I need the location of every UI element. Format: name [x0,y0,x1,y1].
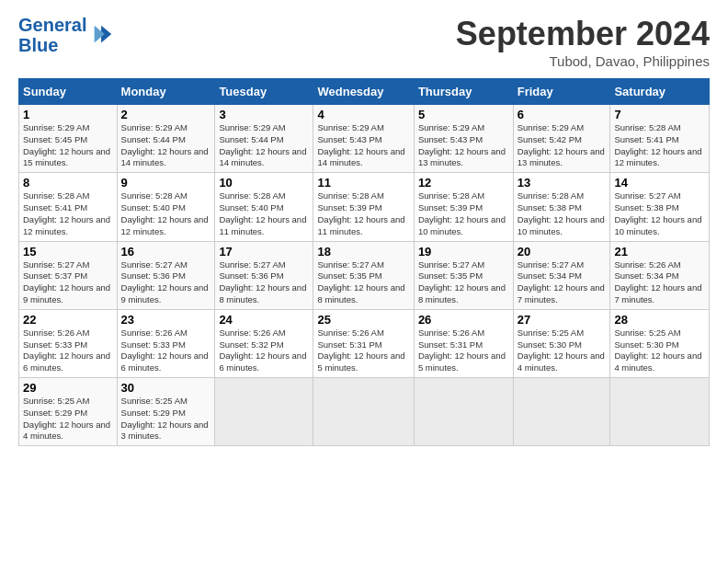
day-cell [414,378,513,446]
day-cell: 11 Sunrise: 5:28 AMSunset: 5:39 PMDaylig… [313,173,414,241]
day-number: 18 [317,245,409,259]
col-monday: Monday [117,79,215,105]
day-info: Sunrise: 5:28 AMSunset: 5:39 PMDaylight:… [418,190,509,237]
day-number: 1 [23,108,113,121]
day-number: 25 [317,313,409,327]
day-cell: 12 Sunrise: 5:28 AMSunset: 5:39 PMDaylig… [414,173,513,241]
day-number: 21 [614,245,705,259]
week-row-5: 29 Sunrise: 5:25 AMSunset: 5:29 PMDaylig… [19,378,710,446]
day-info: Sunrise: 5:26 AMSunset: 5:33 PMDaylight:… [121,327,211,374]
page: General Blue September 2024 Tubod, Davao… [0,0,728,461]
week-row-3: 15 Sunrise: 5:27 AMSunset: 5:37 PMDaylig… [19,241,710,309]
day-info: Sunrise: 5:27 AMSunset: 5:35 PMDaylight:… [317,259,409,306]
day-number: 26 [418,313,509,327]
day-cell: 15 Sunrise: 5:27 AMSunset: 5:37 PMDaylig… [19,241,118,309]
day-cell: 25 Sunrise: 5:26 AMSunset: 5:31 PMDaylig… [313,309,414,377]
day-cell: 14 Sunrise: 5:27 AMSunset: 5:38 PMDaylig… [610,173,710,241]
day-info: Sunrise: 5:29 AMSunset: 5:44 PMDaylight:… [219,122,309,169]
day-info: Sunrise: 5:27 AMSunset: 5:38 PMDaylight:… [614,190,705,237]
day-info: Sunrise: 5:25 AMSunset: 5:30 PMDaylight:… [518,327,607,374]
day-number: 4 [317,108,409,121]
day-info: Sunrise: 5:27 AMSunset: 5:36 PMDaylight:… [219,259,309,306]
day-info: Sunrise: 5:28 AMSunset: 5:41 PMDaylight:… [614,122,705,169]
day-number: 19 [418,245,509,259]
day-number: 2 [121,108,211,121]
col-wednesday: Wednesday [313,79,414,105]
day-number: 23 [121,313,211,327]
day-cell: 30 Sunrise: 5:25 AMSunset: 5:29 PMDaylig… [117,378,215,446]
day-cell [215,378,313,446]
day-info: Sunrise: 5:27 AMSunset: 5:35 PMDaylight:… [418,259,509,306]
day-cell: 26 Sunrise: 5:26 AMSunset: 5:31 PMDaylig… [414,309,513,377]
day-cell: 21 Sunrise: 5:26 AMSunset: 5:34 PMDaylig… [610,241,710,309]
week-row-2: 8 Sunrise: 5:28 AMSunset: 5:41 PMDayligh… [19,173,710,241]
col-tuesday: Tuesday [215,79,313,105]
day-cell: 20 Sunrise: 5:27 AMSunset: 5:34 PMDaylig… [513,241,610,309]
day-number: 7 [614,108,705,121]
day-number: 10 [219,176,309,190]
location: Tubod, Davao, Philippines [456,53,710,69]
day-number: 6 [518,108,607,121]
day-info: Sunrise: 5:28 AMSunset: 5:41 PMDaylight:… [23,190,113,237]
col-saturday: Saturday [610,79,710,105]
day-cell: 7 Sunrise: 5:28 AMSunset: 5:41 PMDayligh… [610,105,710,173]
day-number: 11 [317,176,409,190]
day-info: Sunrise: 5:26 AMSunset: 5:32 PMDaylight:… [219,327,309,374]
day-cell [610,378,710,446]
day-cell: 9 Sunrise: 5:28 AMSunset: 5:40 PMDayligh… [117,173,215,241]
logo: General Blue [18,15,115,55]
day-info: Sunrise: 5:29 AMSunset: 5:43 PMDaylight:… [418,122,509,169]
day-info: Sunrise: 5:27 AMSunset: 5:36 PMDaylight:… [121,259,211,306]
day-info: Sunrise: 5:28 AMSunset: 5:39 PMDaylight:… [317,190,409,237]
day-number: 14 [614,176,705,190]
logo-text: General Blue [18,15,86,55]
day-number: 16 [121,245,211,259]
day-cell: 1 Sunrise: 5:29 AMSunset: 5:45 PMDayligh… [19,105,118,173]
day-number: 3 [219,108,309,121]
day-info: Sunrise: 5:28 AMSunset: 5:40 PMDaylight:… [219,190,309,237]
day-info: Sunrise: 5:26 AMSunset: 5:33 PMDaylight:… [23,327,113,374]
day-cell [513,378,610,446]
day-number: 5 [418,108,509,121]
day-info: Sunrise: 5:29 AMSunset: 5:42 PMDaylight:… [518,122,607,169]
col-friday: Friday [513,79,610,105]
header-row: Sunday Monday Tuesday Wednesday Thursday… [19,79,710,105]
day-number: 8 [23,176,113,190]
day-number: 9 [121,176,211,190]
day-info: Sunrise: 5:26 AMSunset: 5:31 PMDaylight:… [418,327,509,374]
day-cell: 18 Sunrise: 5:27 AMSunset: 5:35 PMDaylig… [313,241,414,309]
day-cell: 29 Sunrise: 5:25 AMSunset: 5:29 PMDaylig… [19,378,118,446]
day-number: 28 [614,313,705,327]
day-cell: 13 Sunrise: 5:28 AMSunset: 5:38 PMDaylig… [513,173,610,241]
col-sunday: Sunday [19,79,118,105]
day-number: 17 [219,245,309,259]
day-cell: 2 Sunrise: 5:29 AMSunset: 5:44 PMDayligh… [117,105,215,173]
day-info: Sunrise: 5:28 AMSunset: 5:40 PMDaylight:… [121,190,211,237]
day-info: Sunrise: 5:29 AMSunset: 5:45 PMDaylight:… [23,122,113,169]
week-row-4: 22 Sunrise: 5:26 AMSunset: 5:33 PMDaylig… [19,309,710,377]
month-title: September 2024 [456,15,710,53]
day-cell: 4 Sunrise: 5:29 AMSunset: 5:43 PMDayligh… [313,105,414,173]
day-number: 30 [121,381,211,395]
day-cell [313,378,414,446]
day-info: Sunrise: 5:27 AMSunset: 5:34 PMDaylight:… [518,259,607,306]
day-number: 27 [518,313,607,327]
day-number: 22 [23,313,113,327]
week-row-1: 1 Sunrise: 5:29 AMSunset: 5:45 PMDayligh… [19,105,710,173]
day-cell: 6 Sunrise: 5:29 AMSunset: 5:42 PMDayligh… [513,105,610,173]
title-block: September 2024 Tubod, Davao, Philippines [456,15,710,69]
day-info: Sunrise: 5:29 AMSunset: 5:43 PMDaylight:… [317,122,409,169]
day-info: Sunrise: 5:25 AMSunset: 5:29 PMDaylight:… [121,396,211,442]
day-number: 20 [518,245,607,259]
day-info: Sunrise: 5:26 AMSunset: 5:34 PMDaylight:… [614,259,705,306]
day-cell: 16 Sunrise: 5:27 AMSunset: 5:36 PMDaylig… [117,241,215,309]
header: General Blue September 2024 Tubod, Davao… [18,15,710,69]
day-info: Sunrise: 5:27 AMSunset: 5:37 PMDaylight:… [23,259,113,306]
day-cell: 5 Sunrise: 5:29 AMSunset: 5:43 PMDayligh… [414,105,513,173]
day-number: 29 [23,381,113,395]
day-cell: 22 Sunrise: 5:26 AMSunset: 5:33 PMDaylig… [19,309,118,377]
day-info: Sunrise: 5:26 AMSunset: 5:31 PMDaylight:… [317,327,409,374]
day-cell: 10 Sunrise: 5:28 AMSunset: 5:40 PMDaylig… [215,173,313,241]
day-info: Sunrise: 5:25 AMSunset: 5:29 PMDaylight:… [23,396,113,442]
day-number: 15 [23,245,113,259]
